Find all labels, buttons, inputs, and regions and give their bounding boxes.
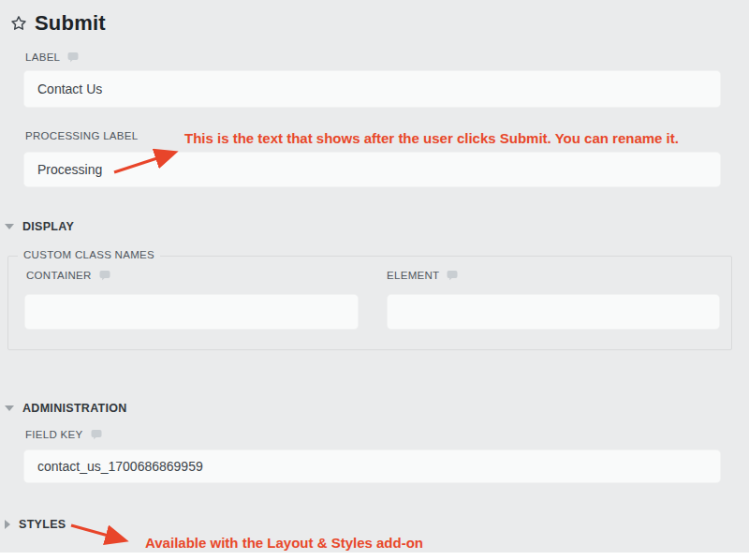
custom-class-names-fieldset: CUSTOM CLASS NAMES CONTAINER ELEMENT xyxy=(7,256,732,350)
page-title: Submit xyxy=(35,11,106,36)
annotation-arrow-icon xyxy=(106,142,192,180)
styles-annotation-note: Available with the Layout & Styles add-o… xyxy=(145,535,423,551)
container-field-label: CONTAINER xyxy=(26,270,92,281)
section-toggle-styles[interactable]: STYLES xyxy=(5,518,66,531)
section-label-administration: ADMINISTRATION xyxy=(22,402,127,415)
comment-bubble-icon[interactable] xyxy=(99,270,110,281)
field-key-label-row: FIELD KEY xyxy=(25,429,102,440)
chevron-right-icon xyxy=(5,520,10,529)
chevron-down-icon xyxy=(5,405,14,411)
container-class-input[interactable] xyxy=(24,294,359,330)
field-key-input[interactable] xyxy=(23,449,721,483)
element-field-label: ELEMENT xyxy=(387,270,439,281)
processing-label-label: PROCESSING LABEL xyxy=(25,130,138,141)
processing-label-label-row: PROCESSING LABEL xyxy=(25,130,138,141)
fieldset-legend: CUSTOM CLASS NAMES xyxy=(18,249,160,260)
field-settings-panel: Submit LABEL PROCESSING LABEL This is th… xyxy=(0,0,749,560)
star-icon[interactable] xyxy=(9,14,28,33)
section-toggle-display[interactable]: DISPLAY xyxy=(5,220,74,233)
label-field-label-row: LABEL xyxy=(25,52,79,63)
label-field-label: LABEL xyxy=(25,52,60,63)
panel-header: Submit xyxy=(9,11,106,36)
comment-bubble-icon[interactable] xyxy=(67,52,79,63)
container-field-label-row: CONTAINER xyxy=(26,270,110,281)
section-label-styles: STYLES xyxy=(19,518,66,531)
chevron-down-icon xyxy=(5,224,14,229)
panel-bottom-edge xyxy=(0,553,749,560)
field-key-label: FIELD KEY xyxy=(25,429,83,440)
element-class-input[interactable] xyxy=(387,294,720,330)
section-toggle-administration[interactable]: ADMINISTRATION xyxy=(5,402,127,415)
element-field-label-row: ELEMENT xyxy=(387,270,458,281)
label-input[interactable] xyxy=(23,70,721,108)
section-label-display: DISPLAY xyxy=(22,220,74,233)
annotation-arrow-icon xyxy=(64,519,148,551)
processing-annotation-note: This is the text that shows after the us… xyxy=(184,130,679,146)
comment-bubble-icon[interactable] xyxy=(447,270,458,281)
comment-bubble-icon[interactable] xyxy=(91,429,102,440)
